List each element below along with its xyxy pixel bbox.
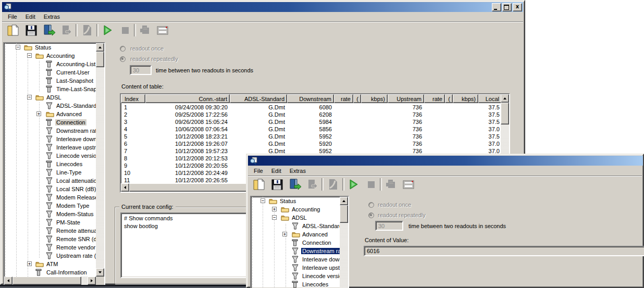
collapse-icon[interactable]: − <box>261 198 265 203</box>
content-of-value-field[interactable]: 6016 <box>364 246 644 256</box>
column-header-index[interactable]: Index <box>121 94 145 103</box>
column-header-adslstandard[interactable]: ADSL-Standard <box>230 94 287 103</box>
tree-item-remote-vendor-id[interactable]: Remote vendor ID <box>4 243 96 252</box>
table-row[interactable]: 610/12/2008 19:26:07G.Dmt592073637.0 <box>121 140 501 147</box>
tree-item-adsl[interactable]: −ADSL <box>4 93 96 102</box>
tree-item-remote-attenuati[interactable]: Remote attenuati <box>4 227 96 235</box>
expand-icon[interactable]: + <box>36 111 41 116</box>
window-button[interactable] <box>155 23 170 37</box>
tree-item-remote-snr-db-[interactable]: Remote SNR (dB) <box>4 235 96 243</box>
table-row[interactable]: 510/12/2008 18:23:21G.Dmt595273637.5 <box>121 133 501 140</box>
tree-item-local-snr-db-[interactable]: Local SNR (dB) <box>4 185 96 193</box>
tree-item-linecode-version[interactable]: Linecode version <box>4 152 96 160</box>
menu-extras[interactable]: Extras <box>286 167 310 176</box>
tree-item-label: Upstream rate (kb <box>55 253 96 259</box>
tree-item-last-snapshot[interactable]: Last-Snapshot <box>4 77 96 85</box>
tree-item-accounting[interactable]: −Accounting <box>4 52 96 60</box>
tree-item-pm-state[interactable]: PM-State <box>4 218 96 227</box>
column-header-downstream[interactable]: Downstream <box>287 94 334 103</box>
tree-item-linecodes[interactable]: Linecodes <box>251 280 340 288</box>
tree-item-modem-type[interactable]: Modem Type <box>4 202 96 210</box>
tree-item-local-attenuation[interactable]: Local attenuation <box>4 177 96 185</box>
tree-item-interleave-downs[interactable]: Interleave downs <box>4 135 96 143</box>
book-button <box>59 23 74 37</box>
tree-item-linecode-version[interactable]: Linecode version <box>251 272 340 280</box>
tree-item-modem-status[interactable]: Modem-Status <box>4 210 96 218</box>
menu-file[interactable]: File <box>250 167 267 176</box>
interval-input[interactable]: 30 <box>130 65 152 75</box>
expand-icon[interactable]: + <box>272 207 277 211</box>
save-button[interactable] <box>270 177 284 192</box>
tree-item-linecodes[interactable]: Linecodes <box>4 160 96 168</box>
tree-item-connection[interactable]: Connection <box>4 118 96 127</box>
table-row[interactable]: 410/06/2008 07:06:54G.Dmt585673637.0 <box>121 126 501 133</box>
tree-item-atm[interactable]: +ATM <box>4 260 96 268</box>
tree-item-time-last-snapsh[interactable]: Time-Last-Snapsh <box>4 85 96 93</box>
menu-edit[interactable]: Edit <box>267 167 286 176</box>
column-header-sym[interactable]: ( <box>445 94 453 103</box>
maximize-button[interactable] <box>502 3 512 11</box>
menu-extras[interactable]: Extras <box>40 12 64 21</box>
import-button[interactable] <box>42 23 56 37</box>
tree-item-connection[interactable]: Connection <box>251 239 340 247</box>
start-button[interactable] <box>100 23 115 37</box>
table-row[interactable]: 209/25/2008 17:22:56G.Dmt620873637.5 <box>121 111 501 118</box>
column-header-connstart[interactable]: Conn.-start <box>145 94 230 103</box>
tree-item-status[interactable]: −Status <box>251 197 340 205</box>
column-header-rate[interactable]: rate <box>424 94 445 103</box>
new-button[interactable] <box>252 177 267 192</box>
readout-repeatedly-radio[interactable] <box>120 56 126 62</box>
table-row[interactable]: 309/26/2008 15:05:24G.Dmt598473637.5 <box>121 118 501 126</box>
start-button[interactable] <box>346 177 361 192</box>
collapse-icon[interactable]: − <box>27 53 32 58</box>
minimize-button[interactable] <box>492 3 501 11</box>
back-tree-hscrollbar[interactable] <box>4 277 96 285</box>
tree-item-advanced[interactable]: +Advanced <box>4 110 96 118</box>
collapse-icon[interactable]: − <box>272 215 277 220</box>
interval-input[interactable]: 30 <box>375 221 403 231</box>
column-header-upstream[interactable]: Upstream <box>388 94 424 103</box>
front-titlebar[interactable] <box>248 156 643 166</box>
tree-item-adsl-standard[interactable]: ADSL-Standard <box>251 222 340 230</box>
tree-item-accounting[interactable]: +Accounting <box>251 205 340 214</box>
save-button[interactable] <box>24 23 39 37</box>
back-titlebar[interactable]: x <box>2 2 523 12</box>
tree-item-adsl-standard[interactable]: ADSL-Standard <box>4 102 96 110</box>
tree-item-interleave-downs[interactable]: Interleave downs <box>251 255 340 264</box>
collapse-icon[interactable]: − <box>27 95 32 99</box>
front-tree-vscrollbar[interactable] <box>340 197 348 288</box>
tree-item-status[interactable]: −Status <box>4 43 96 52</box>
import-button[interactable] <box>288 177 302 192</box>
tree-item-line-type[interactable]: Line-Type <box>4 168 96 177</box>
readout-repeatedly-radio[interactable] <box>368 212 374 218</box>
tree-item-downstream-rate[interactable]: Downstream rate <box>4 127 96 135</box>
tree-item-call-information[interactable]: Call-Information <box>4 268 96 277</box>
tree-item-accounting-list[interactable]: Accounting-List <box>4 60 96 68</box>
tree-item-advanced[interactable]: +Advanced <box>251 230 340 239</box>
tree-item-interleave-upstre[interactable]: Interleave upstre <box>4 143 96 152</box>
expand-icon[interactable]: + <box>282 232 287 236</box>
menu-file[interactable]: File <box>4 12 21 21</box>
column-header-sym[interactable]: ( <box>353 94 361 103</box>
window-button[interactable] <box>401 177 416 192</box>
tree-item-upstream-rate-kb[interactable]: Upstream rate (kb <box>4 252 96 260</box>
tree-item-interleave-upstre[interactable]: Interleave upstre <box>251 264 340 272</box>
new-button[interactable] <box>6 23 21 37</box>
menu-edit[interactable]: Edit <box>21 12 40 21</box>
collapse-icon[interactable]: − <box>16 45 20 49</box>
app-icon <box>250 157 257 165</box>
tree-item-adsl[interactable]: −ADSL <box>251 214 340 222</box>
tree-item-modem-release[interactable]: Modem Release <box>4 193 96 202</box>
table-row[interactable]: 109/24/2008 09:30:20G.Dmt608073637.5 <box>121 104 501 111</box>
column-header-rate[interactable]: rate <box>334 94 353 103</box>
back-tree-vscrollbar[interactable] <box>96 43 104 277</box>
readout-once-radio[interactable] <box>120 46 126 52</box>
readout-once-radio[interactable] <box>368 202 374 208</box>
tree-item-downstream-rate[interactable]: Downstream rate <box>251 247 340 255</box>
close-button[interactable]: x <box>513 3 522 11</box>
column-header-local[interactable]: Local <box>478 94 502 103</box>
column-header-kbps[interactable]: kbps) <box>361 94 388 103</box>
expand-icon[interactable]: + <box>27 261 32 266</box>
column-header-kbps[interactable]: kbps) <box>453 94 478 103</box>
tree-item-current-user[interactable]: Current-User <box>4 68 96 77</box>
